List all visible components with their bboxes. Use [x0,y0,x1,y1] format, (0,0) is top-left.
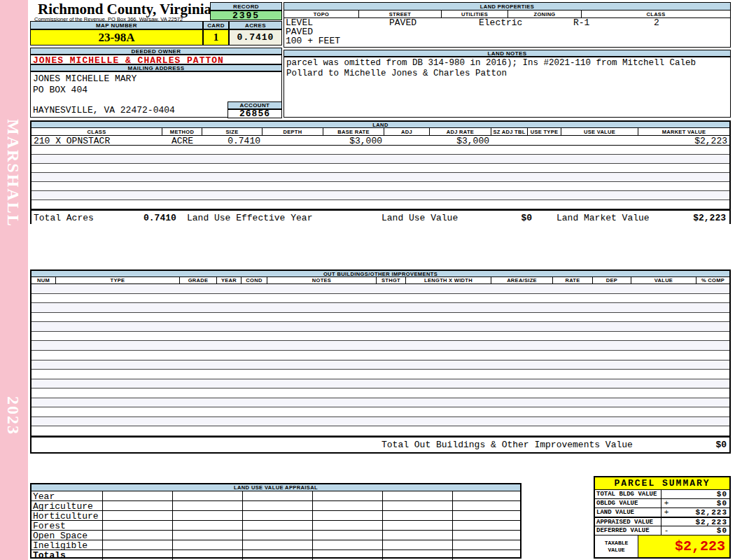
land-column-adj: ADJ [384,128,430,135]
land-column-base-rate: BASE RATE [323,128,384,135]
mailing-line-2: PO BOX 404 [31,85,281,95]
land-properties-column-zoning: ZONING [508,10,582,18]
land-column-use-value: USE VALUE [561,128,638,135]
lua-row-year: Year [31,491,520,501]
land-column-depth: DEPTH [262,128,323,135]
ob-column-rate: RATE [553,277,593,284]
lua-empty-cell [453,521,520,530]
parcel-summary-row-value: $0 [671,499,729,507]
record-label: RECORD [210,2,282,10]
ob-column-length-x-width: LENGTH X WIDTH [406,277,491,284]
land-row-sz-adj-tbl [491,136,528,145]
ob-empty-row [31,313,729,323]
land-properties-column-topo: TOPO [284,10,359,18]
land-section-title: LAND [31,122,729,128]
lua-empty-cell [383,531,453,540]
lua-row-open-space: Open Space [31,531,520,540]
lua-empty-cell [173,511,243,520]
lua-row-label: Year [31,491,103,500]
lua-empty-cell [453,540,520,550]
mailing-address-label: MAILING ADDRESS [30,64,282,71]
ob-column-dep: DEP [593,277,631,284]
land-totals-row: Total Acres 0.7410 Land Use Effective Ye… [31,209,729,225]
parcel-summary-row-label: TOTAL BLDG VALUE [595,490,662,498]
land-use-appraisal-rows: YearAgricultureHorticultureForestOpen Sp… [31,491,520,560]
land-row-adj [384,136,430,145]
parcel-summary-rows: TOTAL BLDG VALUE$0OBLDG VALUE+$0LAND VAL… [595,490,729,536]
lua-empty-cell [243,540,313,550]
lua-empty-cell [173,550,243,560]
land-row-adj-rate: $3,000 [430,136,491,145]
lua-empty-cell [383,491,453,500]
parcel-summary-row-operator: + [662,508,671,517]
lua-empty-cell [243,550,313,560]
ob-empty-row [31,341,729,351]
lua-row-label: Horticulture [31,511,103,520]
lua-row-label: Open Space [31,531,103,540]
utilities-value: Electric [479,18,522,28]
map-number-value: 23-98A [30,29,203,46]
ob-column-cond: COND [241,277,267,284]
topo-extra-2: 100 + FEET [286,36,340,46]
lua-empty-cell [103,491,173,500]
land-column-size: SIZE [202,128,262,135]
lua-row-forest: Forest [31,521,520,531]
ob-empty-row [31,284,729,294]
taxable-value-label: TAXABLE VALUE [595,536,638,557]
deeded-owner-value: JONES MICHELLE & CHARLES PATTON [30,55,282,64]
parcel-summary-row-appraised-value: APPRAISED VALUE$2,223 [595,517,729,526]
land-column-market-value: MARKET VALUE [638,128,729,135]
property-record-card: MARSHALL 2023 Richmond County, Virginia … [0,0,735,560]
lua-empty-cell [313,540,383,550]
out-buildings-total-label: Total Out Buildings & Other Improvements… [382,440,633,450]
lua-row-agriculture: Agriculture [31,501,520,511]
land-notes-box: parcel was omitted from DB 314-980 in 20… [284,57,731,118]
land-properties-column-street: STREET [359,10,442,18]
zoning-value: R-1 [573,18,589,28]
lua-empty-cell [383,521,453,530]
street-value: PAVED [389,18,416,28]
lua-empty-cell [173,531,243,540]
land-use-appraisal-title: LAND USE VALUE APPRAISAL [31,484,520,491]
out-buildings-title: OUT BUILDINGS/OTHER IMPROVEMENTS [31,271,729,277]
parcel-summary-row-land-value: LAND VALUE+$2,223 [595,508,729,517]
lua-row-ineligible: Ineligible [31,540,520,550]
ob-column-sthgt: STHGT [377,277,406,284]
land-empty-rows [31,146,729,209]
account-value: 26856 [227,109,282,118]
lua-empty-cell [243,501,313,510]
ob-empty-row [31,360,729,370]
land-row-use-type [528,136,561,145]
lua-empty-cell [383,511,453,520]
ob-column-notes: NOTES [267,277,377,284]
lua-empty-cell [313,531,383,540]
parcel-summary-row-label: LAND VALUE [595,508,662,517]
parcel-summary-row-value: $0 [671,490,729,498]
lua-empty-cell [313,550,383,560]
out-buildings-empty-rows [31,284,729,436]
lua-empty-cell [243,511,313,520]
card-label: CARD [203,21,229,29]
land-empty-row [31,182,729,191]
ob-empty-row [31,294,729,304]
total-acres-value: 0.7410 [144,213,176,223]
deeded-owner-label: DEEDED OWNER [30,48,282,55]
parcel-summary-row-value: $2,223 [671,508,729,517]
land-empty-row [31,164,729,173]
total-acres-label: Total Acres [34,213,94,223]
taxable-value-row: TAXABLE VALUE $2,223 [595,536,729,557]
lua-row-label: Forest [31,521,103,530]
lua-empty-cell [243,531,313,540]
land-empty-row [31,173,729,182]
tax-year-watermark: 2023 [4,396,22,435]
land-row-size: 0.7410 [202,136,262,145]
ob-column-year: YEAR [217,277,241,284]
parcel-summary-row-deferred-value: DEFERRED VALUE-$0 [595,526,729,536]
out-buildings-columns: NUMTYPEGRADEYEARCONDNOTESSTHGTLENGTH X W… [31,277,729,284]
parcel-summary-section: PARCEL SUMMARY TOTAL BLDG VALUE$0OBLDG V… [594,476,731,559]
out-buildings-totals-row: Total Out Buildings & Other Improvements… [31,436,729,451]
lua-empty-cell [173,521,243,530]
lua-empty-cell [103,540,173,550]
land-column-adj-rate: ADJ RATE [430,128,491,135]
out-buildings-section: OUT BUILDINGS/OTHER IMPROVEMENTS NUMTYPE… [30,270,731,454]
